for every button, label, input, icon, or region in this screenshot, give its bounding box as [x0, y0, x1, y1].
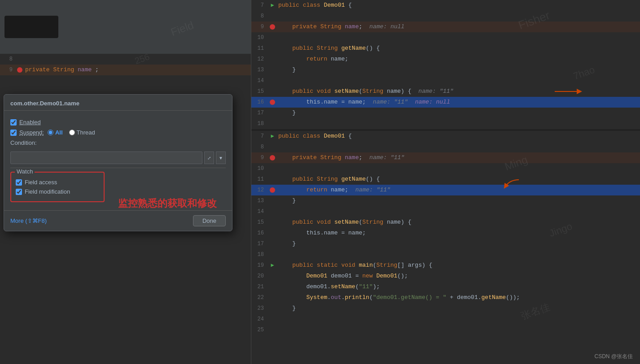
r-ct-22b: System.out.println("demo01.getName() = "… — [278, 292, 520, 303]
left-panel: 8 9 private String name ; — [0, 0, 251, 364]
suspend-row: Suspend: All Thread — [10, 129, 226, 136]
r-bp-11b — [268, 175, 276, 183]
r-line-7b: 7 ▶ public class Demo01 { — [251, 131, 640, 142]
dialog-footer: More (⇧⌘F8) Done — [4, 210, 232, 231]
r-line-9b: 9 private String name; name: "11" — [251, 152, 640, 163]
r-ct-17b: } — [278, 238, 296, 249]
watch-section: Watch Field access Field modification — [10, 172, 105, 202]
condition-input-row: ⤢ ▼ — [10, 152, 226, 164]
condition-label: Condition: — [10, 139, 37, 146]
r-bp-10a — [268, 34, 276, 42]
r-ct-20b: Demo01 demo01 = new Demo01(); — [278, 271, 408, 282]
r-ln-16a: 16 — [251, 97, 266, 108]
field-modification-item: Field modification — [16, 188, 99, 195]
r-line-8b: 8 — [251, 142, 640, 152]
field-modification-checkbox[interactable] — [16, 189, 22, 195]
r-ln-24b: 24 — [251, 314, 266, 325]
r-bp-19b: ▶ — [268, 261, 276, 269]
enabled-row: Enabled — [10, 119, 226, 126]
r-line-8a: 8 — [251, 11, 640, 22]
more-link[interactable]: More (⇧⌘F8) — [10, 217, 47, 224]
r-ln-18b: 18 — [251, 249, 266, 260]
r-line-22b: 22 System.out.println("demo01.getName() … — [251, 292, 640, 303]
r-line-15a: 15 public void setName(String name) { na… — [251, 86, 640, 97]
r-ln-13a: 13 — [251, 65, 266, 75]
r-ct-16b: this.name = name; — [278, 228, 366, 238]
r-ln-7b: 7 — [251, 131, 266, 142]
r-line-9a: 9 private String name; name: null — [251, 22, 640, 32]
r-ln-14a: 14 — [251, 75, 266, 86]
r-ln-8a: 8 — [251, 11, 266, 22]
r-ct-19b: public static void main(String[] args) { — [278, 260, 432, 271]
r-ln-10b: 10 — [251, 163, 266, 174]
kw-private: private — [25, 66, 50, 73]
r-ct-7a: public class Demo01 { — [278, 0, 352, 11]
r-bp-15a — [268, 87, 276, 95]
r-bp-12a — [268, 55, 276, 63]
dropdown-btn[interactable]: ▼ — [216, 152, 226, 164]
r-ct-9a: private String name; name: null — [278, 22, 404, 32]
r-bp-18a — [268, 120, 276, 128]
r-bp-7b: ▶ — [268, 132, 276, 140]
r-line-17b: 17 } — [251, 238, 640, 249]
r-bp-20b — [268, 272, 276, 280]
r-line-15b: 15 public void setName(String name) { — [251, 217, 640, 228]
r-bp-11a — [268, 44, 276, 52]
divider-1 — [10, 168, 226, 168]
r-bp-18b — [268, 251, 276, 259]
kw-string: String — [53, 66, 74, 73]
done-button[interactable]: Done — [193, 215, 226, 226]
r-bp-12b — [268, 186, 276, 194]
bp-8 — [16, 56, 23, 63]
ide-container: 8 9 private String name ; — [0, 0, 640, 364]
r-line-25b: 25 — [251, 325, 640, 335]
suspend-label: Suspend: — [19, 129, 44, 136]
r-line-24b: 24 — [251, 314, 640, 325]
code-line-9: 9 private String name ; — [0, 65, 251, 75]
inline-15a: name: "11" — [418, 88, 453, 95]
r-ct-7b: public class Demo01 { — [278, 131, 352, 142]
r-line-14a: 14 — [251, 75, 640, 86]
inline-12b: name: "11" — [355, 186, 390, 193]
logo-box — [4, 16, 58, 38]
r-ct-15b: public void setName(String name) { — [278, 217, 412, 228]
radio-all-label[interactable]: All — [48, 129, 63, 136]
enabled-checkbox-label[interactable]: Enabled — [10, 119, 41, 126]
r-ct-13a: } — [278, 65, 296, 75]
r-line-20b: 20 Demo01 demo01 = new Demo01(); — [251, 271, 640, 282]
r-line-21b: 21 demo01.setName("11"); — [251, 282, 640, 292]
r-ln-14b: 14 — [251, 206, 266, 217]
field-modification-label: Field modification — [25, 188, 70, 195]
r-line-12a: 12 return name; — [251, 54, 640, 65]
field-access-checkbox[interactable] — [16, 179, 22, 186]
r-line-12b: 12 return name; name: "11" — [251, 185, 640, 195]
r-ln-8b: 8 — [251, 142, 266, 152]
radio-all[interactable] — [48, 130, 53, 135]
enabled-checkbox[interactable] — [10, 119, 17, 126]
r-line-18a: 18 — [251, 118, 640, 129]
suspend-checkbox-label[interactable]: Suspend: — [10, 129, 44, 136]
logo-area — [0, 0, 251, 54]
line-num-9: 9 — [2, 65, 13, 75]
r-ln-11a: 11 — [251, 43, 266, 54]
expand-icon-btn[interactable]: ⤢ — [204, 152, 214, 164]
condition-input[interactable] — [10, 152, 202, 164]
r-bp-9b — [268, 154, 276, 162]
r-line-18b: 18 — [251, 249, 640, 260]
radio-thread-label[interactable]: Thread — [69, 129, 95, 136]
r-bp-17b — [268, 240, 276, 248]
suspend-checkbox[interactable] — [10, 130, 17, 136]
radio-thread[interactable] — [69, 130, 75, 135]
r-ct-12b: return name; name: "11" — [278, 185, 390, 195]
inline-9a: name: null — [369, 23, 404, 30]
dialog-body: Enabled Suspend: All — [4, 111, 232, 210]
r-bp-8a — [268, 12, 276, 20]
r-line-10b: 10 — [251, 163, 640, 174]
play-icon-7a: ▶ — [271, 0, 274, 11]
r-breakpoint-16a — [270, 100, 275, 105]
r-ln-12a: 12 — [251, 54, 266, 65]
r-ln-19b: 19 — [251, 260, 266, 271]
enabled-label: Enabled — [19, 119, 41, 126]
r-breakpoint-9a — [270, 24, 275, 30]
r-ln-17a: 17 — [251, 108, 266, 118]
